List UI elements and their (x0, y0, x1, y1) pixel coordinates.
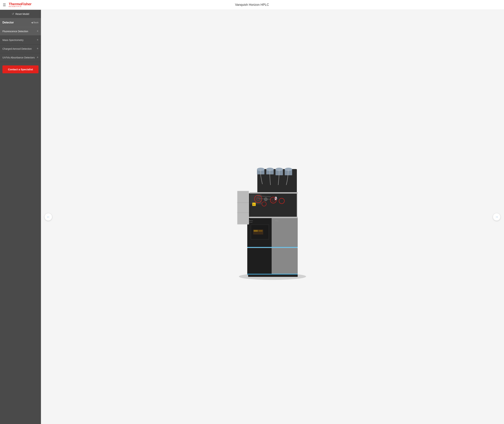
logo-thermofisher: ThermoFisher (9, 2, 32, 6)
content-area: ← (41, 10, 504, 424)
valve1 (264, 198, 267, 201)
window-item2 (258, 230, 263, 232)
shelf (250, 192, 298, 194)
sidebar-item-charged-aerosol[interactable]: Charged Aerosol Detection + (0, 44, 41, 53)
logo-scientific: SCIENTIFIC (9, 6, 32, 7)
sidebar-item-uvvis-label: UV/Vis Absorbance Detectors (2, 56, 37, 59)
reset-model-label: Reset Model (15, 12, 29, 15)
label-scientific: scientific (249, 222, 253, 223)
detector-header: Detector ◀ Back (0, 18, 41, 27)
body-bottom-right (272, 248, 298, 275)
aerosol-expand-icon: + (37, 47, 38, 50)
reset-model-button[interactable]: ↺ Reset Model (0, 10, 41, 18)
mass-spec-expand-icon: + (37, 38, 38, 42)
fluorescence-expand-icon: + (37, 29, 38, 33)
menu-icon[interactable]: ☰ (3, 3, 6, 7)
main-layout: ↺ Reset Model Detector ◀ Back Fluorescen… (0, 10, 504, 424)
sidebar: ↺ Reset Model Detector ◀ Back Fluorescen… (0, 10, 41, 424)
sidebar-item-fluorescence[interactable]: Fluorescence Detection + (0, 27, 41, 36)
logo: ThermoFisher SCIENTIFIC (9, 2, 32, 7)
detector-label: Detector (2, 21, 14, 24)
accent-line-mid (247, 247, 298, 248)
instrument-view: thermo scientific Vanqu... (222, 154, 323, 280)
accent-line-bottom (247, 274, 298, 274)
back-label: Back (33, 21, 38, 24)
contact-specialist-button[interactable]: Contact a Specialist (2, 65, 38, 73)
sidebar-item-mass-spec-label: Mass Spectrometry (2, 39, 37, 41)
body-middle-right (272, 218, 298, 248)
label-thermo: thermo (249, 220, 253, 221)
prev-arrow-button[interactable]: ← (44, 213, 52, 221)
uvvis-expand-icon: + (37, 56, 38, 59)
back-chevron-icon: ◀ (31, 21, 33, 24)
sidebar-item-fluorescence-label: Fluorescence Detection (2, 30, 37, 33)
reset-icon: ↺ (12, 12, 14, 16)
app-header: ☰ ThermoFisher SCIENTIFIC Vanquish Horiz… (0, 0, 504, 10)
door-inner (238, 191, 248, 224)
instrument-base (248, 274, 298, 277)
sidebar-item-aerosol-label: Charged Aerosol Detection (2, 47, 37, 50)
sidebar-item-mass-spectrometry[interactable]: Mass Spectrometry + (0, 36, 41, 44)
warning-text: ⚠ (253, 203, 255, 206)
page-title: Vanquish Horizon HPLC (235, 3, 269, 7)
instrument-svg: thermo scientific Vanqu... (222, 154, 323, 280)
label-vanquish: Vanqu... (275, 220, 279, 221)
shelf-lower (250, 217, 298, 218)
back-button[interactable]: ◀ Back (31, 21, 38, 24)
sidebar-item-uvvis[interactable]: UV/Vis Absorbance Detectors + (0, 53, 41, 62)
body-bottom-left (247, 248, 272, 275)
window-item1 (254, 230, 258, 232)
next-arrow-button[interactable]: → (493, 213, 500, 221)
